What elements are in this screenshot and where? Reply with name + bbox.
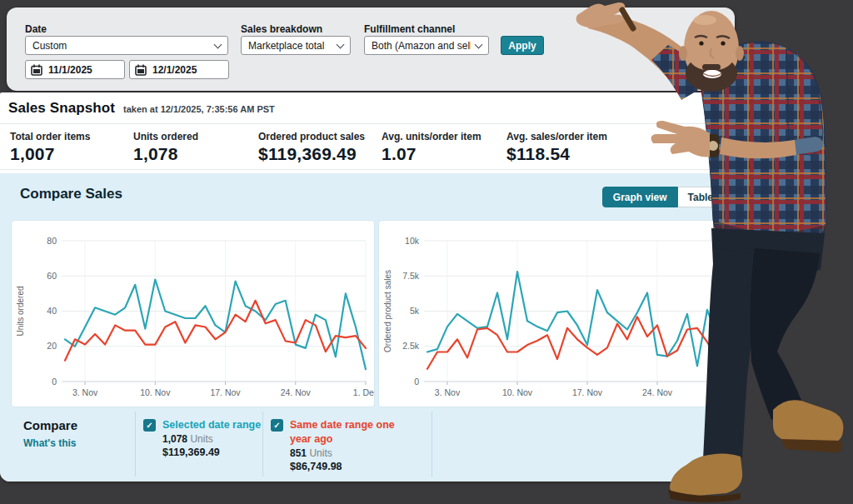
whats-this-link[interactable]: What's this: [23, 437, 77, 449]
charts-row: 3. Nov10. Nov17. Nov24. Nov1. Dec0204060…: [12, 221, 735, 407]
legend-item-selected-range: Selected date range 1,078 Units $119,369…: [136, 412, 263, 477]
legend-units: 851 Units: [290, 447, 415, 460]
legend-item-previous-year: Same date range one year ago 851 Units $…: [263, 412, 432, 477]
legend-intro: Compare What's this: [23, 412, 136, 477]
date-range-select[interactable]: Custom: [25, 36, 228, 55]
legend-amount: $119,369.49: [162, 446, 261, 460]
svg-text:10k: 10k: [405, 236, 420, 246]
svg-text:Ordered product sales: Ordered product sales: [383, 270, 392, 352]
stat-units-ordered: Units ordered 1,078: [133, 129, 258, 164]
checkbox-checked-icon[interactable]: [143, 419, 156, 432]
svg-text:10. Nov: 10. Nov: [502, 387, 533, 397]
svg-text:0: 0: [52, 377, 57, 387]
compare-sales-section: Compare Sales Graph view Table 3. Nov10.…: [0, 173, 735, 482]
view-toggle: Graph view Table: [602, 187, 724, 207]
svg-text:0: 0: [414, 377, 419, 387]
date-range-value: Custom: [32, 40, 210, 52]
svg-text:17. Nov: 17. Nov: [210, 387, 241, 397]
chevron-down-icon: [337, 40, 345, 48]
start-date-input[interactable]: 11/1/2025: [25, 60, 125, 79]
compare-label: Compare: [23, 418, 135, 432]
svg-text:24. Nov: 24. Nov: [642, 387, 673, 397]
sales-breakdown-value: Marketplace total: [248, 40, 332, 52]
sales-snapshot-header: Sales Snapshot taken at 12/1/2025, 7:35:…: [0, 92, 735, 123]
svg-text:7.5k: 7.5k: [402, 271, 420, 281]
chevron-down-icon: [475, 40, 483, 48]
table-view-button[interactable]: Table: [678, 187, 724, 207]
svg-text:40: 40: [47, 306, 57, 316]
svg-text:Units ordered: Units ordered: [16, 286, 25, 336]
legend-label-selected-range: Selected date range: [162, 418, 261, 432]
sales-snapshot-title: Sales Snapshot: [8, 100, 115, 117]
svg-text:1. Dec: 1. Dec: [715, 387, 735, 397]
fulfillment-channel-label: Fulfillment channel: [364, 23, 455, 35]
end-date-input[interactable]: 12/1/2025: [129, 60, 229, 79]
stat-avg-sales-per-order: Avg. sales/order item $118.54: [506, 129, 607, 164]
apply-button[interactable]: Apply: [501, 36, 544, 55]
page: Date Custom 11/1/2025 12/1/2025 Sales br: [0, 0, 853, 504]
chevron-down-icon: [214, 40, 222, 48]
stat-ordered-product-sales: Ordered product sales $119,369.49: [258, 129, 382, 164]
stat-total-order-items: Total order items 1,007: [10, 129, 133, 164]
svg-text:80: 80: [47, 236, 57, 246]
calendar-icon: [31, 64, 42, 76]
fulfillment-channel-select[interactable]: Both (Amazon and seller): [364, 36, 489, 55]
date-filter-label: Date: [25, 23, 47, 35]
svg-text:17. Nov: 17. Nov: [572, 387, 603, 397]
svg-text:10. Nov: 10. Nov: [140, 387, 171, 397]
calendar-icon: [135, 64, 147, 76]
svg-text:2.5k: 2.5k: [402, 341, 420, 351]
filter-panel: Date Custom 11/1/2025 12/1/2025 Sales br: [7, 7, 735, 91]
dashboard-card: Sales Snapshot taken at 12/1/2025, 7:35:…: [0, 92, 735, 482]
svg-text:24. Nov: 24. Nov: [281, 387, 312, 397]
compare-sales-title: Compare Sales: [20, 186, 122, 202]
svg-text:5k: 5k: [410, 306, 420, 316]
graph-view-button[interactable]: Graph view: [602, 187, 678, 207]
units-ordered-chart: 3. Nov10. Nov17. Nov24. Nov1. Dec0204060…: [12, 221, 374, 407]
snapshot-timestamp: taken at 12/1/2025, 7:35:56 AM PST: [123, 102, 275, 114]
sales-breakdown-label: Sales breakdown: [241, 23, 322, 35]
legend-units: 1,078 Units: [162, 432, 261, 446]
svg-text:3. Nov: 3. Nov: [72, 387, 98, 397]
svg-text:20: 20: [47, 341, 57, 351]
sales-breakdown-select[interactable]: Marketplace total: [241, 36, 351, 55]
fulfillment-channel-value: Both (Amazon and seller): [372, 40, 471, 52]
stat-avg-units-per-order: Avg. units/order item 1.07: [382, 129, 506, 164]
legend-amount: $86,749.98: [290, 460, 415, 474]
end-date-value: 12/1/2025: [152, 64, 197, 76]
svg-text:60: 60: [47, 271, 57, 281]
snapshot-stats-row: Total order items 1,007 Units ordered 1,…: [0, 123, 735, 170]
checkbox-checked-icon[interactable]: [271, 419, 283, 432]
compare-sales-header: Compare Sales Graph view Table: [0, 173, 735, 215]
legend-label-previous-year: Same date range one year ago: [290, 418, 415, 447]
svg-text:1. Dec: 1. Dec: [353, 387, 374, 397]
compare-legend: Compare What's this Selected date range …: [23, 412, 735, 477]
start-date-value: 11/1/2025: [48, 64, 92, 76]
ordered-product-sales-chart: 3. Nov10. Nov17. Nov24. Nov1. Dec02.5k5k…: [379, 221, 735, 407]
svg-text:3. Nov: 3. Nov: [435, 387, 461, 397]
